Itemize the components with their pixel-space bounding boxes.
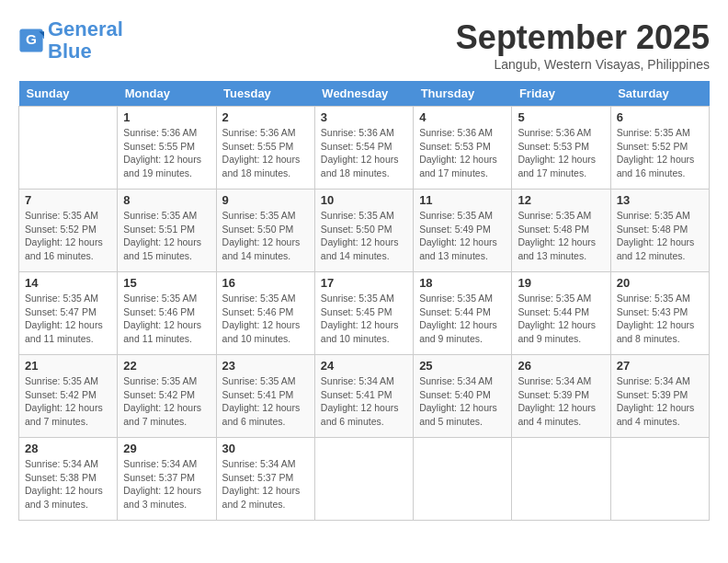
calendar-cell: 19Sunrise: 5:35 AM Sunset: 5:44 PM Dayli…	[512, 272, 610, 355]
day-number: 28	[25, 442, 111, 455]
day-info: Sunrise: 5:34 AM Sunset: 5:38 PM Dayligh…	[25, 457, 111, 511]
day-info: Sunrise: 5:35 AM Sunset: 5:48 PM Dayligh…	[617, 209, 703, 263]
day-number: 21	[25, 359, 111, 373]
location: Langub, Western Visayas, Philippines	[456, 57, 710, 72]
day-number: 24	[321, 359, 407, 373]
calendar-table: SundayMondayTuesdayWednesdayThursdayFrid…	[18, 81, 710, 521]
day-number: 14	[25, 276, 111, 290]
logo-line2: Blue	[48, 40, 92, 63]
weekday-header-sunday: Sunday	[19, 81, 118, 107]
calendar-cell: 22Sunrise: 5:35 AM Sunset: 5:42 PM Dayli…	[118, 355, 216, 438]
day-info: Sunrise: 5:36 AM Sunset: 5:55 PM Dayligh…	[123, 126, 210, 180]
calendar-cell	[512, 438, 610, 521]
day-info: Sunrise: 5:34 AM Sunset: 5:39 PM Dayligh…	[617, 374, 703, 429]
calendar-cell: 28Sunrise: 5:34 AM Sunset: 5:38 PM Dayli…	[19, 438, 118, 521]
day-info: Sunrise: 5:35 AM Sunset: 5:52 PM Dayligh…	[617, 126, 703, 180]
week-row-5: 28Sunrise: 5:34 AM Sunset: 5:38 PM Dayli…	[19, 438, 710, 521]
calendar-cell: 4Sunrise: 5:36 AM Sunset: 5:53 PM Daylig…	[414, 107, 512, 190]
calendar-cell: 7Sunrise: 5:35 AM Sunset: 5:52 PM Daylig…	[19, 190, 118, 272]
calendar-cell: 13Sunrise: 5:35 AM Sunset: 5:48 PM Dayli…	[610, 190, 709, 272]
calendar-cell: 17Sunrise: 5:35 AM Sunset: 5:45 PM Dayli…	[314, 272, 413, 355]
calendar-cell: 8Sunrise: 5:35 AM Sunset: 5:51 PM Daylig…	[118, 190, 216, 272]
day-info: Sunrise: 5:34 AM Sunset: 5:40 PM Dayligh…	[419, 374, 506, 429]
calendar-cell: 21Sunrise: 5:35 AM Sunset: 5:42 PM Dayli…	[19, 355, 118, 438]
day-number: 27	[617, 359, 703, 373]
day-number: 15	[123, 276, 210, 290]
day-number: 4	[419, 110, 506, 124]
calendar-cell: 2Sunrise: 5:36 AM Sunset: 5:55 PM Daylig…	[216, 107, 314, 190]
calendar-cell: 30Sunrise: 5:34 AM Sunset: 5:37 PM Dayli…	[216, 438, 314, 521]
day-info: Sunrise: 5:36 AM Sunset: 5:53 PM Dayligh…	[419, 126, 506, 180]
day-info: Sunrise: 5:35 AM Sunset: 5:50 PM Dayligh…	[222, 209, 309, 263]
day-info: Sunrise: 5:35 AM Sunset: 5:45 PM Dayligh…	[321, 292, 407, 346]
day-info: Sunrise: 5:35 AM Sunset: 5:46 PM Dayligh…	[222, 292, 309, 346]
week-row-3: 14Sunrise: 5:35 AM Sunset: 5:47 PM Dayli…	[19, 272, 710, 355]
day-info: Sunrise: 5:36 AM Sunset: 5:55 PM Dayligh…	[222, 126, 309, 180]
day-number: 7	[25, 193, 111, 207]
day-info: Sunrise: 5:35 AM Sunset: 5:42 PM Dayligh…	[123, 374, 210, 429]
day-info: Sunrise: 5:34 AM Sunset: 5:37 PM Dayligh…	[123, 457, 210, 511]
day-info: Sunrise: 5:34 AM Sunset: 5:37 PM Dayligh…	[222, 457, 309, 511]
calendar-cell: 29Sunrise: 5:34 AM Sunset: 5:37 PM Dayli…	[118, 438, 216, 521]
calendar-cell: 18Sunrise: 5:35 AM Sunset: 5:44 PM Dayli…	[414, 272, 512, 355]
weekday-header-row: SundayMondayTuesdayWednesdayThursdayFrid…	[19, 81, 710, 107]
day-number: 12	[518, 193, 604, 207]
calendar-cell: 1Sunrise: 5:36 AM Sunset: 5:55 PM Daylig…	[118, 107, 216, 190]
calendar-cell: 11Sunrise: 5:35 AM Sunset: 5:49 PM Dayli…	[414, 190, 512, 272]
day-number: 25	[419, 359, 506, 373]
day-info: Sunrise: 5:35 AM Sunset: 5:43 PM Dayligh…	[617, 292, 703, 346]
day-number: 16	[222, 276, 309, 290]
weekday-header-saturday: Saturday	[610, 81, 709, 107]
calendar-cell: 16Sunrise: 5:35 AM Sunset: 5:46 PM Dayli…	[216, 272, 314, 355]
calendar-cell: 15Sunrise: 5:35 AM Sunset: 5:46 PM Dayli…	[118, 272, 216, 355]
day-number: 2	[222, 110, 309, 124]
day-info: Sunrise: 5:34 AM Sunset: 5:39 PM Dayligh…	[518, 374, 604, 429]
day-number: 22	[123, 359, 210, 373]
calendar-cell: 27Sunrise: 5:34 AM Sunset: 5:39 PM Dayli…	[610, 355, 709, 438]
calendar-cell: 9Sunrise: 5:35 AM Sunset: 5:50 PM Daylig…	[216, 190, 314, 272]
weekday-header-wednesday: Wednesday	[314, 81, 413, 107]
weekday-header-friday: Friday	[512, 81, 610, 107]
calendar-cell: 24Sunrise: 5:34 AM Sunset: 5:41 PM Dayli…	[314, 355, 413, 438]
day-number: 11	[419, 193, 506, 207]
title-block: September 2025 Langub, Western Visayas, …	[456, 18, 710, 72]
day-info: Sunrise: 5:36 AM Sunset: 5:54 PM Dayligh…	[321, 126, 407, 180]
day-number: 10	[321, 193, 407, 207]
day-number: 23	[222, 359, 309, 373]
week-row-4: 21Sunrise: 5:35 AM Sunset: 5:42 PM Dayli…	[19, 355, 710, 438]
calendar-cell	[610, 438, 709, 521]
day-info: Sunrise: 5:35 AM Sunset: 5:44 PM Dayligh…	[518, 292, 604, 346]
day-number: 30	[222, 442, 309, 455]
logo-line1: General	[48, 17, 123, 40]
calendar-cell: 6Sunrise: 5:35 AM Sunset: 5:52 PM Daylig…	[610, 107, 709, 190]
day-number: 18	[419, 276, 506, 290]
svg-text:G: G	[26, 31, 37, 47]
day-info: Sunrise: 5:35 AM Sunset: 5:41 PM Dayligh…	[222, 374, 309, 429]
day-number: 6	[617, 110, 703, 124]
logo: G General Blue	[18, 18, 123, 63]
day-number: 8	[123, 193, 210, 207]
day-number: 17	[321, 276, 407, 290]
calendar-cell: 12Sunrise: 5:35 AM Sunset: 5:48 PM Dayli…	[512, 190, 610, 272]
day-info: Sunrise: 5:35 AM Sunset: 5:42 PM Dayligh…	[25, 374, 111, 429]
calendar-cell	[314, 438, 413, 521]
calendar-cell	[414, 438, 512, 521]
day-number: 26	[518, 359, 604, 373]
day-info: Sunrise: 5:35 AM Sunset: 5:47 PM Dayligh…	[25, 292, 111, 346]
day-number: 20	[617, 276, 703, 290]
day-number: 29	[123, 442, 210, 455]
day-info: Sunrise: 5:35 AM Sunset: 5:49 PM Dayligh…	[419, 209, 506, 263]
day-info: Sunrise: 5:35 AM Sunset: 5:50 PM Dayligh…	[321, 209, 407, 263]
day-info: Sunrise: 5:35 AM Sunset: 5:46 PM Dayligh…	[123, 292, 210, 346]
calendar-cell: 10Sunrise: 5:35 AM Sunset: 5:50 PM Dayli…	[314, 190, 413, 272]
day-info: Sunrise: 5:35 AM Sunset: 5:48 PM Dayligh…	[518, 209, 604, 263]
logo-text: General Blue	[48, 18, 123, 63]
calendar-cell: 23Sunrise: 5:35 AM Sunset: 5:41 PM Dayli…	[216, 355, 314, 438]
day-number: 5	[518, 110, 604, 124]
day-number: 9	[222, 193, 309, 207]
header: G General Blue September 2025 Langub, We…	[18, 18, 710, 72]
day-number: 1	[123, 110, 210, 124]
day-number: 13	[617, 193, 703, 207]
calendar-cell: 5Sunrise: 5:36 AM Sunset: 5:53 PM Daylig…	[512, 107, 610, 190]
weekday-header-tuesday: Tuesday	[216, 81, 314, 107]
